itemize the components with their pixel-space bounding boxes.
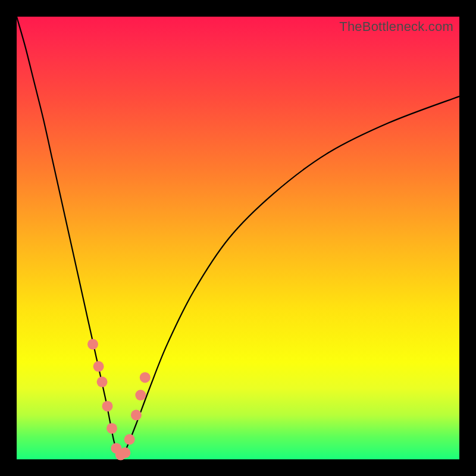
highlight-dot: [97, 377, 108, 387]
highlight-dot: [131, 410, 142, 421]
highlight-dot: [124, 434, 135, 445]
bottleneck-curve: [17, 17, 459, 456]
curve-layer: [17, 17, 459, 459]
highlight-dot: [102, 401, 113, 412]
plot-area: TheBottleneck.com: [17, 17, 459, 459]
highlight-dot: [93, 361, 104, 372]
highlight-dot: [107, 423, 117, 434]
chart-frame: TheBottleneck.com: [0, 0, 476, 476]
highlight-dot: [120, 447, 130, 458]
highlight-dot: [135, 390, 146, 400]
highlight-dot: [140, 372, 151, 383]
highlight-dot: [87, 339, 98, 350]
